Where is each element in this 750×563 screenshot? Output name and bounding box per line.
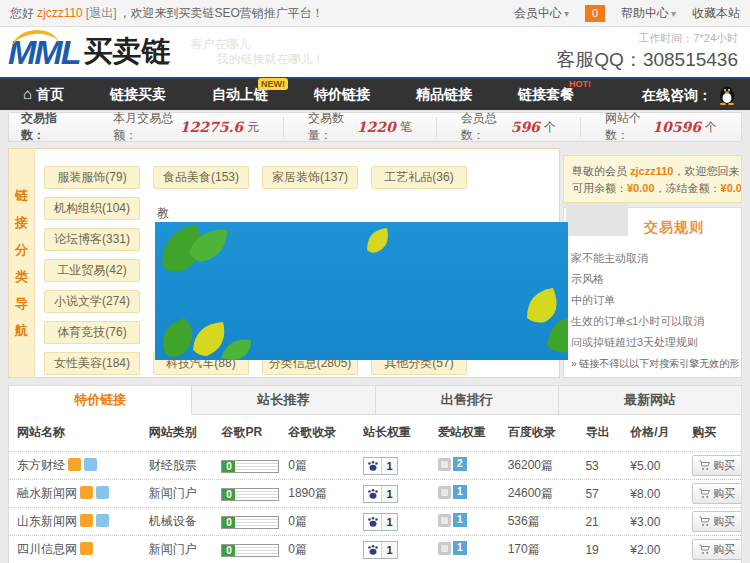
stat-item: 会员总数：596个 [436, 117, 580, 137]
rule-item: » 链接不得以以下对搜索引擎无效的形式展示 [571, 353, 739, 374]
favorite-site-link[interactable]: 收藏本站 [692, 5, 740, 22]
member-username: zjczz110 [630, 165, 673, 177]
blue-cert-icon [96, 514, 109, 527]
stat-item: 网站个数：10596个 [580, 117, 741, 137]
buy-button[interactable]: 购买 [692, 455, 741, 476]
category-pill[interactable]: 机构组织(104) [44, 197, 140, 220]
topbar: 您好 zjczz110 [退出] ，欢迎来到买卖链SEO营销推广平台！ 会员中心… [0, 0, 750, 27]
price-per-month: ¥8.00 [630, 487, 692, 501]
site-category: 机械设备 [149, 513, 222, 530]
nav-item[interactable]: ⌂首页 [0, 79, 87, 110]
chevron-down-icon: ▾ [671, 8, 676, 19]
category-pill[interactable]: 家居装饰(137) [262, 166, 358, 189]
listing-tabs: 特价链接站长推荐出售排行最新网站 [8, 385, 742, 415]
col-header: 导出 [585, 424, 630, 441]
webmaster-weight-badge: 1 [363, 457, 398, 475]
aizhan-icon [438, 486, 451, 499]
nav-item[interactable]: 精品链接 [393, 79, 495, 110]
webmaster-weight-badge: 1 [363, 541, 398, 559]
greeting-text: 您好 [10, 5, 34, 22]
help-center-link[interactable]: 帮助中心▾ [621, 5, 676, 22]
google-index-count: 0篇 [288, 541, 363, 558]
category-pill[interactable]: 服装服饰(79) [44, 166, 140, 189]
orange-cert-icon [80, 542, 93, 555]
col-header: 站长权重 [363, 424, 438, 441]
table-row: 东方财经 财经股票 0 0篇 1 [9, 451, 741, 479]
logo-mml-text: MML [8, 33, 79, 71]
col-header: 百度收录 [508, 424, 586, 441]
rule-item: 问或掉链超过3天处理规则 [571, 332, 739, 353]
promo-banner[interactable] [155, 222, 568, 360]
category-pill[interactable]: 食品美食(153) [153, 166, 249, 189]
aizhan-icon [438, 542, 451, 555]
online-service[interactable]: 在线咨询： [642, 79, 750, 110]
category-pill[interactable]: 工艺礼品(36) [371, 166, 467, 189]
price-per-month: ¥2.00 [630, 543, 692, 557]
tab-active[interactable]: 特价链接 [8, 385, 192, 415]
nav-items: ⌂首页 链接买卖 自动上链 NEW! 特价链接 精品链接 链接套餐 HOT! [0, 79, 597, 110]
site-category: 新闻门户 [149, 541, 222, 558]
col-header: 价格/月 [630, 424, 692, 441]
col-header: 网站类别 [149, 424, 222, 441]
tab-item[interactable]: 最新网站 [559, 385, 742, 415]
site-badges [77, 542, 93, 558]
orange-cert-icon [80, 486, 93, 499]
category-pill[interactable]: 工业贸易(42) [44, 259, 140, 282]
table-row: 融水新闻网 新闻门户 0 1890篇 1 [9, 479, 741, 507]
paw-icon [364, 460, 381, 472]
banner-leaves-illustration [155, 222, 568, 360]
tab-item[interactable]: 出售排行 [376, 385, 559, 415]
qq-penguin-icon [718, 85, 736, 105]
orange-cert-icon [68, 458, 81, 471]
nav-badge: NEW! [258, 78, 288, 90]
site-name[interactable]: 融水新闻网 [17, 485, 77, 502]
tab-item[interactable]: 站长推荐 [192, 385, 375, 415]
site-name[interactable]: 山东新闻网 [17, 513, 77, 530]
buy-button[interactable]: 购买 [692, 539, 741, 560]
orange-cert-icon [80, 514, 93, 527]
nav-item[interactable]: 链接买卖 [87, 79, 189, 110]
baidu-index-count: 536篇 [508, 513, 586, 530]
table-row: 山东新闻网 机械设备 0 0篇 1 [9, 507, 741, 535]
stat-item: 本月交易总额：12275.6元 [89, 117, 283, 137]
buy-button[interactable]: 购买 [692, 511, 741, 532]
google-pr-bar: 0 [221, 488, 279, 501]
main-nav: ⌂首页 链接买卖 自动上链 NEW! 特价链接 精品链接 链接套餐 HOT! 在… [0, 77, 750, 110]
header: MML 买卖链 客户在哪儿 我的链接就在哪儿！ 工作时间：7*24小时 客服QQ… [0, 27, 750, 77]
col-header: 购买 [692, 424, 741, 441]
table-row: 四川信息网 新闻门户 0 0篇 1 [9, 535, 741, 563]
image-placeholder [566, 203, 628, 236]
member-welcome-box: 尊敬的会员 zjczz110，欢迎您回来！[退出] 可用余额：¥0.00，冻结金… [563, 155, 742, 203]
col-header: 谷歌收录 [288, 424, 363, 441]
rule-item: 示风格 [571, 269, 739, 290]
paw-icon [364, 544, 381, 556]
google-pr-bar: 0 [221, 516, 279, 529]
export-count: 53 [585, 459, 630, 473]
baidu-index-count: 24600篇 [508, 485, 586, 502]
stat-item: 交易数量：1220笔 [283, 117, 436, 137]
nav-item[interactable]: 特价链接 [291, 79, 393, 110]
export-count: 19 [585, 543, 630, 557]
category-pill[interactable]: 小说文学(274) [44, 290, 140, 313]
balance-value: ¥0.00 [627, 182, 655, 194]
cart-icon [699, 516, 710, 527]
site-name[interactable]: 东方财经 [17, 457, 65, 474]
member-center-link[interactable]: 会员中心▾ [514, 5, 569, 22]
category-nav-label: 链接分类导航 [9, 149, 35, 377]
aizhan-weight-badge: 1 [438, 513, 467, 527]
site-name[interactable]: 四川信息网 [17, 541, 77, 558]
site-logo[interactable]: MML 买卖链 [8, 32, 170, 72]
export-count: 21 [585, 515, 630, 529]
table-header: 网站名称 网站类别 谷歌PR 谷歌收录 站长权重 爱站权重 百度收录 导出 价格… [9, 414, 741, 451]
logout-link[interactable]: [退出] [86, 5, 117, 22]
paw-icon [364, 516, 381, 528]
category-pill[interactable]: 论坛博客(331) [44, 228, 140, 251]
rules-title: 交易规则 [644, 219, 704, 237]
google-pr-bar: 0 [221, 544, 279, 557]
buy-button[interactable]: 购买 [692, 483, 741, 504]
category-pill[interactable]: 体育竞技(76) [44, 321, 140, 344]
nav-item[interactable]: 链接套餐 HOT! [495, 79, 597, 110]
category-pill[interactable]: 女性美容(184) [44, 352, 140, 375]
nav-item[interactable]: 自动上链 NEW! [189, 79, 291, 110]
notification-badge[interactable]: 0 [585, 5, 605, 22]
